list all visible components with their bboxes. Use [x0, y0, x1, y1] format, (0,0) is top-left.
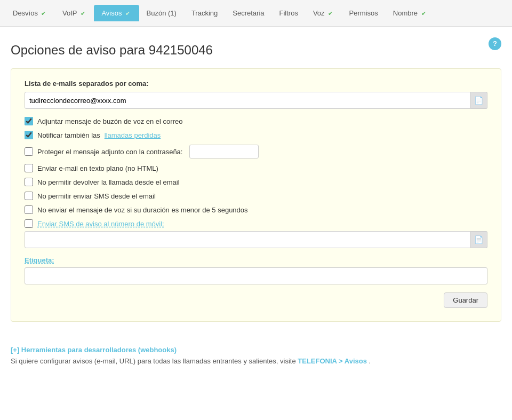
nombre-check-icon: ✔ [420, 10, 427, 17]
tab-permisos[interactable]: Permisos [342, 5, 386, 21]
tab-voz[interactable]: Voz ✔ [306, 5, 342, 21]
dev-tools-link[interactable]: [+] Herramientas para desarrolladores (w… [11, 346, 177, 354]
tab-voip-label: VoIP [62, 9, 77, 17]
sms-icon-button[interactable]: 📄 [470, 231, 487, 248]
main-content: ? Opciones de aviso para 942150046 Lista… [0, 27, 512, 330]
address-book-icon: 📄 [474, 96, 483, 105]
footer-section: [+] Herramientas para desarrolladores (w… [0, 346, 512, 365]
missed-calls-label-prefix: Notificar también las [37, 131, 100, 139]
password-label: Proteger el mensaje adjunto con la contr… [37, 148, 182, 156]
email-input-row: 📄 [25, 92, 487, 109]
tab-tracking[interactable]: Tracking [184, 5, 225, 21]
email-icon-button[interactable]: 📄 [470, 92, 487, 109]
help-button[interactable]: ? [489, 37, 501, 50]
tab-filtros[interactable]: Filtros [272, 5, 306, 21]
password-input[interactable] [189, 145, 259, 159]
checkbox-no-sms: No permitir enviar SMS desde el email [25, 192, 487, 200]
checkbox-missed-calls: Notificar también las llamadas perdidas [25, 131, 487, 139]
tab-avisos[interactable]: Avisos ✔ [94, 5, 139, 21]
tab-secretaria[interactable]: Secretaria [225, 5, 271, 21]
missed-calls-checkbox[interactable] [25, 131, 33, 139]
etiqueta-link[interactable]: Etiqueta: [25, 256, 54, 264]
missed-calls-link[interactable]: llamadas perdidas [105, 131, 161, 139]
tab-tracking-label: Tracking [191, 9, 218, 17]
tab-nombre[interactable]: Nombre ✔ [386, 5, 435, 21]
checkbox-plain-text: Enviar e-mail en texto plano (no HTML) [25, 164, 487, 172]
tab-buzon[interactable]: Buzón (1) [139, 5, 184, 21]
email-label: Lista de e-mails separados por coma: [25, 80, 487, 88]
password-checkbox[interactable] [25, 147, 33, 156]
sms-mobile-link[interactable]: Enviar SMS de aviso al número de móvil: [37, 220, 164, 228]
plain-text-label: Enviar e-mail en texto plano (no HTML) [37, 164, 158, 172]
tab-secretaria-label: Secretaria [233, 9, 264, 17]
tab-avisos-label: Avisos [101, 9, 122, 17]
sms-mobile-label: Enviar SMS de aviso al número de móvil: [37, 220, 164, 228]
form-panel: Lista de e-mails separados por coma: 📄 A… [11, 68, 501, 322]
contacts-icon: 📄 [474, 235, 483, 244]
checkbox-password: Proteger el mensaje adjunto con la contr… [25, 145, 487, 159]
attach-voicemail-checkbox[interactable] [25, 117, 33, 125]
min-duration-label: No enviar el mensaje de voz si su duraci… [37, 206, 248, 214]
checkbox-attach-voicemail: Adjuntar mensaje de buzón de voz en el c… [25, 117, 487, 125]
etiqueta-section: Etiqueta: [25, 256, 487, 264]
sms-input-row: 📄 [25, 231, 487, 248]
desvios-check-icon: ✔ [40, 10, 47, 17]
tab-desvios[interactable]: Desvíos ✔ [5, 5, 55, 21]
checkbox-sms-mobile: Enviar SMS de aviso al número de móvil: [25, 219, 487, 228]
email-input[interactable] [25, 92, 470, 109]
info-text: Si quiere configurar avisos (e-mail, URL… [11, 357, 501, 365]
checkbox-min-duration: No enviar el mensaje de voz si su duraci… [25, 205, 487, 214]
no-callback-label: No permitir devolver la llamada desde el… [37, 178, 180, 186]
no-callback-checkbox[interactable] [25, 178, 33, 186]
tab-filtros-label: Filtros [279, 9, 298, 17]
min-duration-checkbox[interactable] [25, 205, 33, 214]
voz-check-icon: ✔ [327, 10, 334, 17]
tab-nombre-label: Nombre [393, 9, 418, 17]
avisos-check-icon: ✔ [124, 10, 132, 17]
sms-input[interactable] [25, 231, 470, 248]
etiqueta-input[interactable] [25, 267, 487, 284]
checkbox-no-callback: No permitir devolver la llamada desde el… [25, 178, 487, 186]
no-sms-label: No permitir enviar SMS desde el email [37, 192, 156, 200]
no-sms-checkbox[interactable] [25, 192, 33, 200]
plain-text-checkbox[interactable] [25, 164, 33, 172]
tab-permisos-label: Permisos [349, 9, 378, 17]
nav-tabs: Desvíos ✔ VoIP ✔ Avisos ✔ Buzón (1) Trac… [0, 0, 512, 27]
page-title: Opciones de aviso para 942150046 [11, 43, 501, 58]
tab-voz-label: Voz [313, 9, 325, 17]
info-text-prefix: Si quiere configurar avisos (e-mail, URL… [11, 357, 298, 365]
tab-desvios-label: Desvíos [13, 9, 38, 17]
tab-buzon-label: Buzón (1) [147, 9, 177, 17]
info-text-suffix: . [369, 357, 371, 365]
attach-voicemail-label: Adjuntar mensaje de buzón de voz en el c… [37, 117, 182, 125]
sms-mobile-checkbox[interactable] [25, 219, 33, 228]
telefonia-link[interactable]: TELEFONIA > Avisos [298, 357, 367, 365]
save-button[interactable]: Guardar [444, 292, 487, 308]
voip-check-icon: ✔ [79, 10, 86, 17]
tab-voip[interactable]: VoIP ✔ [55, 5, 94, 21]
